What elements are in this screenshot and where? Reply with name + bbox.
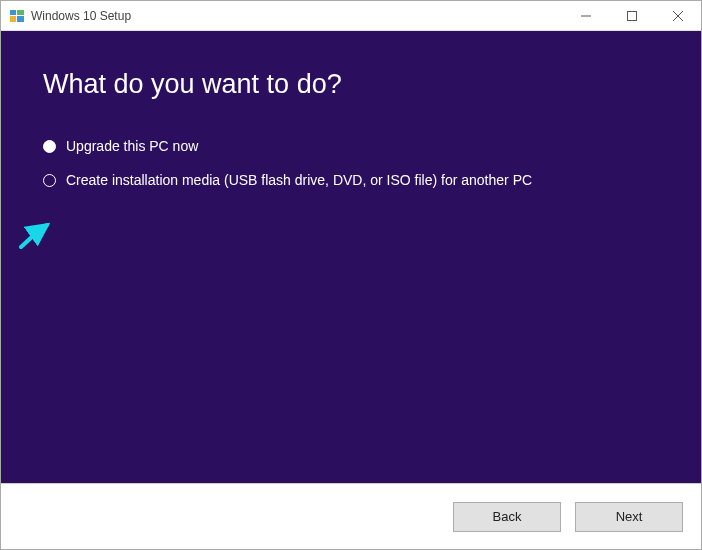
close-button[interactable] xyxy=(655,1,701,30)
next-button[interactable]: Next xyxy=(575,502,683,532)
minimize-button[interactable] xyxy=(563,1,609,30)
svg-rect-1 xyxy=(17,10,24,15)
radio-create-media[interactable]: Create installation media (USB flash dri… xyxy=(43,172,659,188)
radio-upgrade-now[interactable]: Upgrade this PC now xyxy=(43,138,659,154)
radio-indicator-icon xyxy=(43,174,56,187)
svg-rect-3 xyxy=(17,16,24,22)
back-button[interactable]: Back xyxy=(453,502,561,532)
footer: Back Next xyxy=(1,483,701,549)
svg-rect-2 xyxy=(10,16,16,22)
svg-rect-5 xyxy=(628,11,637,20)
window-title: Windows 10 Setup xyxy=(31,9,131,23)
radio-indicator-icon xyxy=(43,140,56,153)
titlebar: Windows 10 Setup xyxy=(1,1,701,31)
radio-label: Create installation media (USB flash dri… xyxy=(66,172,532,188)
window: Windows 10 Setup What do you want to do?… xyxy=(0,0,702,550)
maximize-button[interactable] xyxy=(609,1,655,30)
radio-group: Upgrade this PC now Create installation … xyxy=(43,138,659,188)
svg-rect-0 xyxy=(10,10,16,15)
window-controls xyxy=(563,1,701,30)
content-area: What do you want to do? Upgrade this PC … xyxy=(1,31,701,483)
page-heading: What do you want to do? xyxy=(43,69,659,100)
app-icon xyxy=(9,8,25,24)
radio-label: Upgrade this PC now xyxy=(66,138,198,154)
